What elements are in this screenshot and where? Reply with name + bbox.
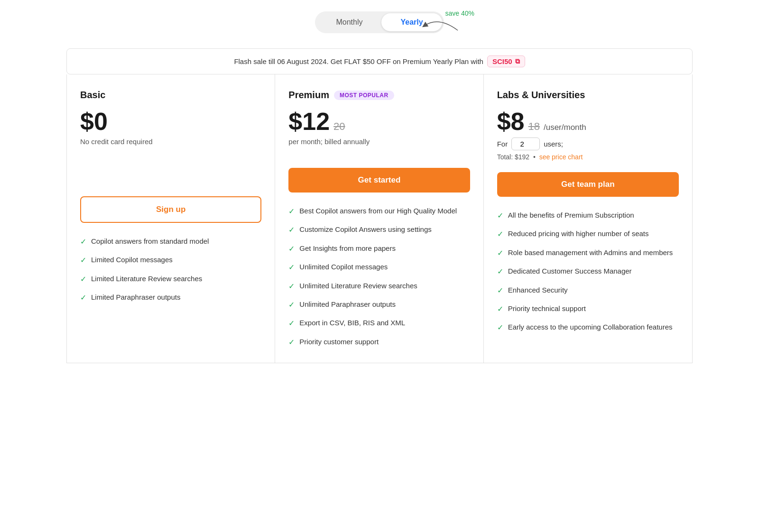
- check-icon: ✓: [288, 318, 295, 329]
- check-icon: ✓: [497, 266, 503, 277]
- plan-labs-name: Labs & Universities: [497, 90, 585, 101]
- list-item: ✓Limited Paraphraser outputs: [80, 292, 261, 303]
- check-icon: ✓: [288, 262, 295, 273]
- check-icon: ✓: [288, 281, 295, 292]
- list-item: ✓Customize Copilot Answers using setting…: [288, 224, 470, 235]
- plan-premium: Premium MOST POPULAR $12 20 per month; b…: [275, 74, 483, 363]
- plan-basic-header: Basic: [80, 90, 261, 101]
- list-item: ✓Role based management with Admins and m…: [497, 248, 679, 258]
- see-price-link[interactable]: see price chart: [539, 153, 583, 161]
- plan-labs-header: Labs & Universities: [497, 90, 679, 101]
- plan-premium-cta[interactable]: Get started: [288, 168, 470, 193]
- check-icon: ✓: [288, 300, 295, 310]
- list-item: ✓Unlimited Literature Review searches: [288, 281, 470, 292]
- list-item: ✓Priority customer support: [288, 337, 470, 348]
- list-item: ✓Dedicated Customer Success Manager: [497, 266, 679, 277]
- list-item: ✓Reduced pricing with higher number of s…: [497, 229, 679, 239]
- check-icon: ✓: [80, 237, 86, 247]
- check-icon: ✓: [497, 229, 503, 239]
- list-item: ✓Enhanced Security: [497, 285, 679, 296]
- total-text: Total: $192: [497, 153, 530, 161]
- users-input[interactable]: [511, 138, 540, 150]
- most-popular-badge: MOST POPULAR: [334, 91, 394, 100]
- list-item: ✓Unlimited Copilot messages: [288, 262, 470, 273]
- plan-labs-cta[interactable]: Get team plan: [497, 172, 679, 197]
- check-icon: ✓: [497, 322, 503, 333]
- check-icon: ✓: [288, 206, 295, 217]
- plan-basic-subtitle: No credit card required: [80, 138, 261, 158]
- plan-labs-price-per: /user/month: [544, 123, 586, 132]
- list-item: ✓All the benefits of Premium Subscriptio…: [497, 210, 679, 221]
- coupon-badge[interactable]: SCI50 ⧉: [487, 55, 525, 67]
- check-icon: ✓: [80, 274, 86, 284]
- list-item: ✓Priority technical support: [497, 303, 679, 314]
- plan-labs: Labs & Universities $8 18 /user/month Fo…: [484, 74, 692, 363]
- plan-premium-price-row: $12 20: [288, 109, 470, 134]
- list-item: ✓Limited Copilot messages: [80, 255, 261, 266]
- plan-labs-total: Total: $192 • see price chart: [497, 153, 679, 161]
- check-icon: ✓: [288, 225, 295, 235]
- check-icon: ✓: [497, 211, 503, 221]
- plan-premium-name: Premium: [288, 90, 329, 101]
- users-label-after: users;: [544, 140, 563, 148]
- list-item: ✓Export in CSV, BIB, RIS and XML: [288, 318, 470, 329]
- plan-premium-price-old: 20: [333, 120, 345, 133]
- check-icon: ✓: [288, 244, 295, 254]
- plan-labs-price: $8: [497, 109, 525, 134]
- coupon-code: SCI50: [492, 57, 512, 65]
- plans-grid: Basic $0 No credit card required Sign up…: [66, 74, 693, 363]
- list-item: ✓Copilot answers from standard model: [80, 236, 261, 247]
- check-icon: ✓: [497, 304, 503, 314]
- check-icon: ✓: [80, 255, 86, 266]
- plan-premium-price: $12: [288, 109, 330, 134]
- plan-basic-features: ✓Copilot answers from standard model ✓Li…: [80, 236, 261, 303]
- plan-basic-price: $0: [80, 109, 108, 134]
- plan-basic-price-row: $0: [80, 109, 261, 134]
- copy-icon[interactable]: ⧉: [515, 57, 520, 65]
- check-icon: ✓: [497, 248, 503, 258]
- flash-text: Flash sale till 06 August 2024. Get FLAT…: [234, 57, 483, 65]
- save-label: save 40%: [445, 9, 474, 17]
- list-item: ✓Get Insights from more papers: [288, 243, 470, 254]
- plan-basic-name: Basic: [80, 90, 105, 101]
- check-icon: ✓: [288, 337, 295, 348]
- list-item: ✓Unlimited Paraphraser outputs: [288, 299, 470, 310]
- plan-basic: Basic $0 No credit card required Sign up…: [67, 74, 275, 363]
- check-icon: ✓: [80, 293, 86, 303]
- users-label-before: For: [497, 140, 508, 148]
- plan-labs-price-row: $8 18 /user/month: [497, 109, 679, 134]
- list-item: ✓Early access to the upcoming Collaborat…: [497, 322, 679, 333]
- plan-premium-subtitle: per month; billed annually: [288, 138, 470, 158]
- flash-banner: Flash sale till 06 August 2024. Get FLAT…: [66, 48, 693, 74]
- plan-labs-users-row: For users;: [497, 138, 679, 150]
- check-icon: ✓: [497, 285, 503, 296]
- plan-labs-features: ✓All the benefits of Premium Subscriptio…: [497, 210, 679, 333]
- plan-premium-header: Premium MOST POPULAR: [288, 90, 470, 101]
- monthly-toggle-btn[interactable]: Monthly: [317, 13, 381, 31]
- list-item: ✓Best Copilot answers from our High Qual…: [288, 206, 470, 217]
- plan-labs-price-old: 18: [528, 120, 540, 133]
- plan-basic-cta[interactable]: Sign up: [80, 196, 261, 223]
- plan-premium-features: ✓Best Copilot answers from our High Qual…: [288, 206, 470, 348]
- list-item: ✓Limited Literature Review searches: [80, 274, 261, 284]
